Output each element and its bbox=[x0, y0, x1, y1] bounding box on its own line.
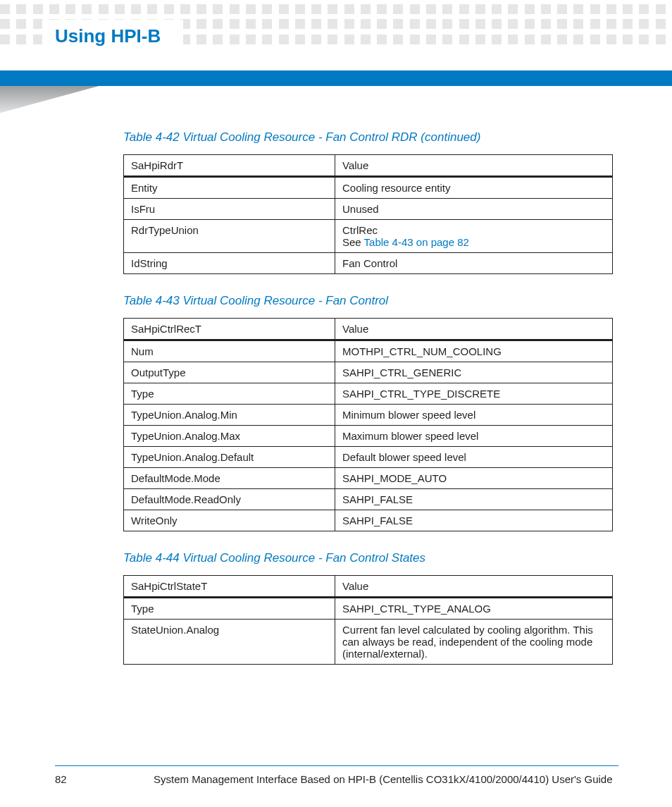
table-row: IsFru Unused bbox=[124, 199, 613, 220]
cell: Fan Control bbox=[335, 253, 613, 274]
cell: SAHPI_CTRL_TYPE_ANALOG bbox=[335, 598, 613, 620]
cell: StateUnion.Analog bbox=[124, 620, 335, 665]
cell-text: See bbox=[342, 236, 364, 248]
table-row: TypeSAHPI_CTRL_TYPE_DISCRETE bbox=[124, 383, 613, 405]
cell: SaHpiRdrT bbox=[124, 155, 335, 177]
cell: RdrTypeUnion bbox=[124, 220, 335, 253]
table-caption-4-42: Table 4-42 Virtual Cooling Resource - Fa… bbox=[123, 130, 616, 144]
cell: DefaultMode.Mode bbox=[124, 468, 335, 489]
cell: IsFru bbox=[124, 199, 335, 220]
cell: Minimum blower speed level bbox=[335, 405, 613, 426]
cell: IdString bbox=[124, 253, 335, 274]
cell-text: CtrlRec bbox=[342, 224, 378, 236]
table-4-42: SaHpiRdrT Value Entity Cooling resource … bbox=[123, 154, 613, 274]
cell: MOTHPI_CTRL_NUM_COOLING bbox=[335, 340, 613, 362]
cell: Entity bbox=[124, 177, 335, 199]
cell: SAHPI_FALSE bbox=[335, 489, 613, 510]
cross-reference-link[interactable]: Table 4-43 on page 82 bbox=[364, 236, 469, 248]
cell: Current fan level calculated by cooling … bbox=[335, 620, 613, 665]
page-footer: 82 System Management Interface Based on … bbox=[55, 765, 618, 786]
cell: CtrlRec See Table 4-43 on page 82 bbox=[335, 220, 613, 253]
table-row: SaHpiRdrT Value bbox=[124, 155, 613, 177]
cell: SaHpiCtrlRecT bbox=[124, 319, 335, 340]
content-area: Table 4-42 Virtual Cooling Resource - Fa… bbox=[123, 123, 616, 665]
cell: Unused bbox=[335, 199, 613, 220]
table-row: SaHpiCtrlStateT Value bbox=[124, 576, 613, 598]
table-row: TypeSAHPI_CTRL_TYPE_ANALOG bbox=[124, 598, 613, 620]
cell: Value bbox=[335, 576, 613, 598]
cell: SAHPI_MODE_AUTO bbox=[335, 468, 613, 489]
header-blue-bar bbox=[0, 70, 672, 86]
page-number: 82 bbox=[55, 773, 67, 785]
document-title: System Management Interface Based on HPI… bbox=[154, 773, 613, 785]
cell: TypeUnion.Analog.Max bbox=[124, 426, 335, 447]
table-row: DefaultMode.ReadOnlySAHPI_FALSE bbox=[124, 489, 613, 510]
cell: Default blower speed level bbox=[335, 447, 613, 468]
table-row: TypeUnion.Analog.DefaultDefault blower s… bbox=[124, 447, 613, 468]
cell: OutputType bbox=[124, 362, 335, 383]
cell: SAHPI_CTRL_TYPE_DISCRETE bbox=[335, 383, 613, 405]
table-row: OutputTypeSAHPI_CTRL_GENERIC bbox=[124, 362, 613, 383]
table-row: DefaultMode.ModeSAHPI_MODE_AUTO bbox=[124, 468, 613, 489]
cell: Type bbox=[124, 598, 335, 620]
table-row: WriteOnlySAHPI_FALSE bbox=[124, 510, 613, 531]
cell: TypeUnion.Analog.Default bbox=[124, 447, 335, 468]
page-title: Using HPI-B bbox=[55, 25, 161, 47]
cell: Value bbox=[335, 319, 613, 340]
table-caption-4-44: Table 4-44 Virtual Cooling Resource - Fa… bbox=[123, 551, 616, 565]
cell: SaHpiCtrlStateT bbox=[124, 576, 335, 598]
cell: TypeUnion.Analog.Min bbox=[124, 405, 335, 426]
table-row: NumMOTHPI_CTRL_NUM_COOLING bbox=[124, 340, 613, 362]
table-row: TypeUnion.Analog.MinMinimum blower speed… bbox=[124, 405, 613, 426]
table-row: RdrTypeUnion CtrlRec See Table 4-43 on p… bbox=[124, 220, 613, 253]
cell: Maximum blower speed level bbox=[335, 426, 613, 447]
table-row: SaHpiCtrlRecT Value bbox=[124, 319, 613, 340]
table-row: StateUnion.AnalogCurrent fan level calcu… bbox=[124, 620, 613, 665]
table-row: TypeUnion.Analog.MaxMaximum blower speed… bbox=[124, 426, 613, 447]
cell: DefaultMode.ReadOnly bbox=[124, 489, 335, 510]
header-gray-wedge bbox=[0, 86, 99, 113]
table-4-44: SaHpiCtrlStateT Value TypeSAHPI_CTRL_TYP… bbox=[123, 575, 613, 665]
table-row: IdString Fan Control bbox=[124, 253, 613, 274]
table-caption-4-43: Table 4-43 Virtual Cooling Resource - Fa… bbox=[123, 294, 616, 308]
table-4-43: SaHpiCtrlRecT Value NumMOTHPI_CTRL_NUM_C… bbox=[123, 318, 613, 531]
svg-marker-2 bbox=[0, 86, 99, 113]
cell: Num bbox=[124, 340, 335, 362]
cell: Cooling resource entity bbox=[335, 177, 613, 199]
cell: SAHPI_CTRL_GENERIC bbox=[335, 362, 613, 383]
table-row: Entity Cooling resource entity bbox=[124, 177, 613, 199]
cell: SAHPI_FALSE bbox=[335, 510, 613, 531]
cell: Type bbox=[124, 383, 335, 405]
cell: WriteOnly bbox=[124, 510, 335, 531]
cell: Value bbox=[335, 155, 613, 177]
